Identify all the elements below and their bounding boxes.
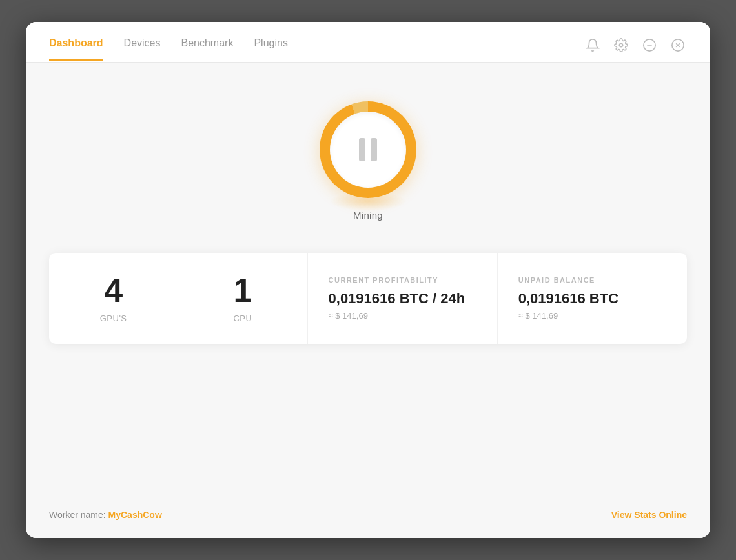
minimize-icon[interactable] — [640, 36, 659, 54]
app-window: Dashboard Devices Benchmark Plugins — [26, 22, 710, 538]
worker-name-value: MyCashCow — [108, 510, 162, 520]
cpu-count: 1 — [233, 274, 252, 307]
tab-devices[interactable]: Devices — [124, 37, 161, 61]
pause-icon — [359, 138, 377, 161]
balance-sub: ≈ $ 141,69 — [518, 311, 666, 321]
profitability-card: CURRENT PROFITABILITY 0,0191616 BTC / 24… — [308, 253, 498, 344]
header: Dashboard Devices Benchmark Plugins — [26, 22, 710, 62]
tab-benchmark[interactable]: Benchmark — [181, 37, 233, 61]
worker-label: Worker name: — [49, 510, 106, 520]
cpu-label: CPU — [233, 314, 252, 323]
worker-name-section: Worker name: MyCashCow — [49, 510, 162, 520]
gpu-count: 4 — [104, 274, 123, 307]
view-stats-link[interactable]: View Stats Online — [611, 510, 687, 520]
gpu-stat-card: 4 GPU'S — [49, 253, 178, 344]
balance-title: UNPAID BALANCE — [518, 276, 666, 284]
mining-toggle-button[interactable] — [320, 101, 416, 198]
footer: Worker name: MyCashCow View Stats Online — [26, 492, 710, 538]
header-icons — [584, 36, 687, 62]
pause-bar-left — [359, 138, 365, 161]
profitability-value: 0,0191616 BTC / 24h — [329, 290, 476, 307]
mining-status-label: Mining — [353, 210, 383, 221]
profitability-sub: ≈ $ 141,69 — [329, 311, 476, 321]
settings-icon[interactable] — [612, 36, 630, 54]
main-content: Mining 4 GPU'S 1 CPU CURRENT PROFITABILI… — [26, 63, 710, 492]
tab-plugins[interactable]: Plugins — [254, 37, 287, 61]
cpu-stat-card: 1 CPU — [178, 253, 307, 344]
pause-bar-right — [371, 138, 377, 161]
profitability-title: CURRENT PROFITABILITY — [329, 276, 476, 284]
bell-icon[interactable] — [584, 36, 602, 54]
balance-value: 0,0191616 BTC — [518, 290, 666, 307]
close-icon[interactable] — [669, 36, 687, 54]
balance-card: UNPAID BALANCE 0,0191616 BTC ≈ $ 141,69 — [498, 253, 687, 344]
stats-row: 4 GPU'S 1 CPU CURRENT PROFITABILITY 0,01… — [49, 253, 687, 344]
tab-dashboard[interactable]: Dashboard — [49, 37, 103, 61]
mining-section: Mining — [320, 101, 416, 221]
nav-tabs: Dashboard Devices Benchmark Plugins — [49, 37, 288, 61]
gpu-label: GPU'S — [100, 314, 127, 323]
mining-button-inner — [330, 112, 406, 188]
svg-point-0 — [619, 43, 623, 47]
